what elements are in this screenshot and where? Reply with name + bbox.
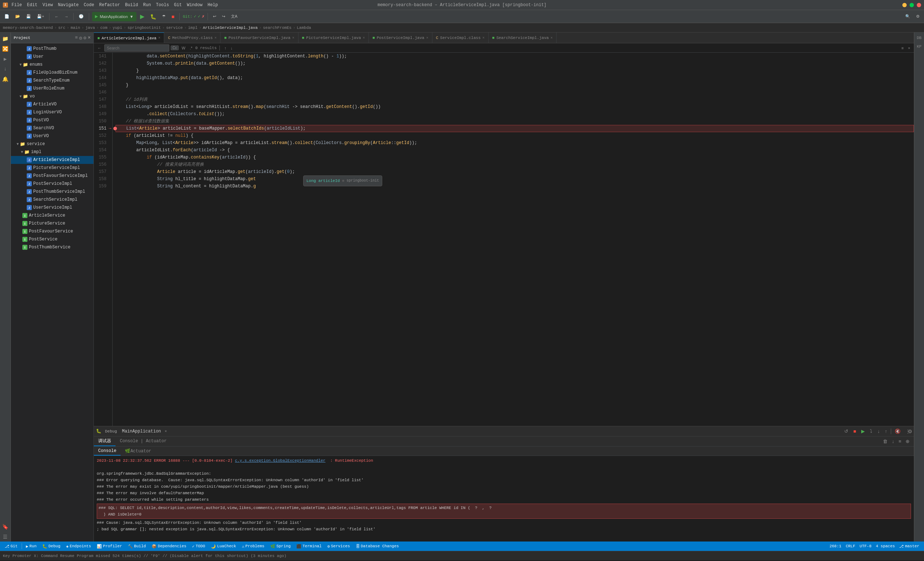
minimize-button[interactable]: [902, 3, 907, 7]
status-crlf[interactable]: CRLF: [844, 542, 857, 551]
tab-close-postserviceimpl[interactable]: ×: [426, 36, 428, 40]
tree-item-articleserviceimpl[interactable]: J ArticleServiceImpl: [11, 156, 93, 164]
debug-settings-button[interactable]: ⚙: [908, 429, 912, 434]
debug-button[interactable]: 🐛: [148, 12, 159, 21]
status-build[interactable]: 🔨 Build: [126, 542, 148, 551]
tree-item-postvo[interactable]: J PostVO: [11, 116, 93, 124]
tree-item-userserviceimpl[interactable]: J UserServiceImpl: [11, 204, 93, 212]
status-database-changes[interactable]: 🗄 Database Changes: [354, 542, 401, 551]
tab-close-methodproxy[interactable]: ×: [214, 36, 217, 40]
debug-close-panel-button[interactable]: ⊕: [904, 437, 911, 446]
tab-close-searchserviceimpl[interactable]: ×: [550, 36, 553, 40]
tree-item-impl[interactable]: ▼ 📁 impl: [11, 148, 93, 156]
status-debug[interactable]: 🐛 Debug: [40, 542, 62, 551]
tree-item-postthumbservice[interactable]: I PostThumbService: [11, 243, 93, 251]
status-services[interactable]: ⚙ Services: [326, 542, 351, 551]
collapse-all-button[interactable]: ≡: [75, 35, 78, 41]
activity-run[interactable]: ▶: [1, 54, 10, 63]
breadcrumb-part-1[interactable]: memory-search-backend: [3, 26, 53, 30]
tree-item-pictureserviceimpl[interactable]: J PictureServiceImpl: [11, 164, 93, 172]
tab-close-articleserviceimpl[interactable]: ×: [158, 36, 160, 40]
whole-word-button[interactable]: W: [180, 46, 187, 50]
tree-item-searchvo[interactable]: J SearchVO: [11, 124, 93, 132]
menu-edit[interactable]: Edit: [27, 3, 38, 8]
debug-clear-button[interactable]: 🗑: [881, 437, 889, 446]
menu-run[interactable]: Run: [143, 3, 151, 8]
tab-close-pictureserviceimpl[interactable]: ×: [363, 36, 365, 40]
tab-pictureserviceimpl[interactable]: ■ PictureServiceImpl.java ×: [298, 33, 369, 44]
close-button[interactable]: [917, 3, 921, 7]
status-spring[interactable]: 🌿 Spring: [268, 542, 293, 551]
status-terminal[interactable]: ⬛ Terminal: [294, 542, 323, 551]
search-everywhere-button[interactable]: 🔍: [903, 12, 912, 21]
debug-rerun-button[interactable]: ↺: [843, 427, 850, 436]
activity-notifications[interactable]: 🔔: [1, 74, 10, 84]
code-editor[interactable]: 141 142 143 144 145 146 147 148 149 150 …: [94, 53, 914, 426]
tab-postserviceimpl[interactable]: ■ PostServiceImpl.java ×: [369, 33, 432, 44]
menu-file[interactable]: File: [12, 3, 22, 8]
search-input[interactable]: [104, 44, 169, 52]
debug-scroll-button[interactable]: ↓: [890, 437, 896, 446]
undo-button[interactable]: ↩: [211, 12, 218, 21]
code-content[interactable]: data.setContent(highlightContent.toStrin…: [112, 53, 914, 426]
tree-item-searchserviceimpl[interactable]: J SearchServiceImpl: [11, 196, 93, 204]
menu-window[interactable]: Window: [187, 3, 202, 8]
debug-filter-button[interactable]: ≡: [897, 437, 903, 446]
close-search-button[interactable]: ×: [907, 46, 912, 50]
tree-settings-button[interactable]: ⚙: [83, 35, 86, 41]
breadcrumb-part-4[interactable]: java: [86, 26, 95, 30]
tab-methodproxy[interactable]: C MethodProxy.class ×: [164, 33, 220, 44]
menu-tools[interactable]: Tools: [156, 3, 169, 8]
case-sensitive-button[interactable]: Cc: [171, 45, 178, 50]
back-button[interactable]: ←: [52, 12, 61, 21]
debug-step-out-button[interactable]: ↑: [884, 427, 889, 436]
breadcrumb-part-5[interactable]: com: [100, 26, 108, 30]
activity-commit[interactable]: 🔀: [1, 44, 10, 53]
maximize-button[interactable]: [910, 3, 914, 7]
debug-app-close[interactable]: ×: [165, 429, 167, 434]
status-dependencies[interactable]: 📦 Dependencies: [150, 542, 188, 551]
debug-tab-console[interactable]: 调试器: [94, 436, 116, 446]
tab-articleserviceimpl[interactable]: ■ ArticleServiceImpl.java ×: [94, 33, 164, 44]
tree-item-articleservice[interactable]: I ArticleService: [11, 212, 93, 219]
tree-item-postserviceimpl[interactable]: J PostServiceImpl: [11, 180, 93, 188]
run-button[interactable]: ▶: [138, 12, 147, 21]
tree-close-button[interactable]: ×: [88, 35, 91, 41]
console-sub-tab-console[interactable]: Console: [94, 447, 120, 456]
tree-item-postservice[interactable]: I PostService: [11, 236, 93, 243]
save-button[interactable]: 💾: [24, 12, 33, 21]
forward-button[interactable]: →: [62, 12, 70, 21]
debug-step-over-button[interactable]: ⤵: [868, 427, 874, 436]
recent-files-button[interactable]: 🕐: [76, 12, 86, 21]
status-luacheck[interactable]: 🌙 LuaCheck: [209, 542, 238, 551]
tree-item-loginuservo[interactable]: J LoginUserVO: [11, 108, 93, 116]
status-indent[interactable]: 4 spaces: [874, 542, 897, 551]
new-file-button[interactable]: 📄: [2, 12, 12, 21]
run-config-selector[interactable]: ▶ MainApplication ▼: [92, 12, 136, 21]
activity-structure[interactable]: ☰: [1, 532, 10, 542]
menu-bar[interactable]: File Edit View Navigate Code Refactor Bu…: [12, 3, 218, 8]
breadcrumb-part-9[interactable]: impl: [188, 26, 197, 30]
breadcrumb-part-3[interactable]: main: [71, 26, 80, 30]
status-problems[interactable]: ⚠ Problems: [240, 542, 266, 551]
save-all-button[interactable]: 💾+: [34, 12, 46, 21]
activity-bookmarks[interactable]: 🔖: [1, 522, 10, 531]
activity-pull[interactable]: ↓: [1, 64, 10, 74]
breadcrumb-part-7[interactable]: springbootinit: [128, 26, 160, 30]
debug-stop-button[interactable]: ■: [852, 427, 858, 436]
menu-build[interactable]: Build: [125, 3, 138, 8]
status-run[interactable]: ▶ Run: [24, 542, 38, 551]
tree-item-userroleenum[interactable]: J UserRoleEnum: [11, 84, 93, 92]
tree-item-vo[interactable]: ▼ 📁 vo: [11, 92, 93, 100]
tree-item-uservo[interactable]: J UserVO: [11, 132, 93, 140]
tree-item-service[interactable]: ▼ 📁 service: [11, 140, 93, 148]
status-branch[interactable]: ⎇ master: [897, 542, 921, 551]
tree-item-postthumb[interactable]: J PostThumb: [11, 45, 93, 53]
locate-file-button[interactable]: ◎: [80, 35, 82, 41]
coverage-button[interactable]: ☂: [160, 12, 168, 21]
menu-help[interactable]: Help: [207, 3, 218, 8]
debug-mute-button[interactable]: 🔇: [893, 427, 902, 436]
tree-item-fileuploadbizenum[interactable]: J FileUploadBizEnum: [11, 69, 93, 76]
tab-close-postfavourserviceimpl[interactable]: ×: [292, 36, 294, 40]
tab-close-serviceimpl[interactable]: ×: [483, 36, 485, 40]
